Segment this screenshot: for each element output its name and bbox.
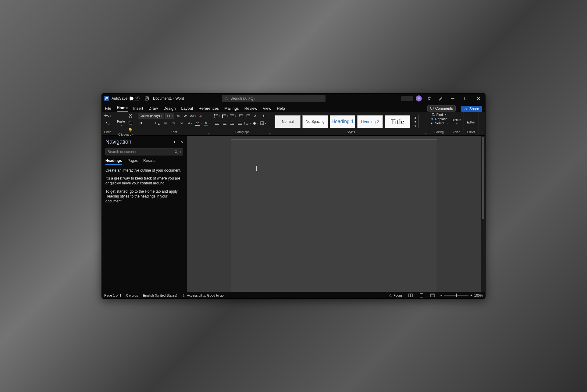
grow-font-icon[interactable]: A▴ [176, 113, 182, 119]
autosave-toggle[interactable]: AutoSave Off [112, 96, 140, 101]
cut-icon[interactable] [127, 113, 133, 119]
styles-scroll-down-icon[interactable]: ▾ [412, 119, 418, 124]
zoom-slider-thumb[interactable] [456, 294, 457, 297]
bullets-icon[interactable]: ▾ [214, 113, 220, 119]
style-heading2[interactable]: Heading 2 [357, 115, 383, 128]
superscript-icon[interactable]: x2 [179, 120, 185, 126]
multilevel-icon[interactable]: ▾ [230, 113, 236, 119]
tab-view[interactable]: View [263, 106, 271, 112]
align-center-icon[interactable] [222, 120, 228, 126]
tab-insert[interactable]: Insert [133, 106, 143, 112]
increase-indent-icon[interactable] [245, 113, 251, 119]
autosave-switch[interactable]: Off [129, 96, 140, 101]
editor-button[interactable]: Editor [466, 119, 476, 125]
tab-help[interactable]: Help [277, 106, 285, 112]
strike-icon[interactable]: ab [162, 120, 169, 126]
borders-icon[interactable]: ▾ [260, 120, 266, 126]
styles-dialog-icon[interactable]: ⤢ [425, 132, 427, 135]
document-area[interactable] [187, 136, 481, 292]
sort-icon[interactable]: A↓ [253, 113, 259, 119]
clipboard-dialog-icon[interactable]: ⤢ [131, 133, 134, 136]
styles-more-icon[interactable]: ▿ [412, 124, 418, 128]
tab-review[interactable]: Review [244, 106, 258, 112]
print-layout-icon[interactable] [418, 292, 425, 298]
minimize-button[interactable] [448, 94, 458, 103]
justify-icon[interactable] [237, 120, 243, 126]
zoom-slider[interactable] [444, 295, 468, 296]
line-spacing-icon[interactable]: ▾ [244, 120, 251, 126]
focus-button[interactable]: Focus [389, 294, 403, 297]
share-button[interactable]: Share [461, 106, 482, 112]
status-language[interactable]: English (United States) [143, 294, 177, 297]
scrollbar-thumb[interactable] [482, 137, 484, 219]
styles-scroll-up-icon[interactable]: ▴ [412, 115, 418, 119]
subscript-icon[interactable]: x2 [171, 120, 177, 126]
nav-tab-headings[interactable]: Headings [105, 159, 122, 165]
tab-references[interactable]: References [198, 106, 219, 112]
text-effects-icon[interactable]: A▾ [187, 120, 193, 126]
diamond-icon[interactable] [425, 95, 433, 102]
nav-close-icon[interactable]: ✕ [180, 140, 183, 144]
tab-file[interactable]: File [105, 106, 111, 112]
align-right-icon[interactable] [229, 120, 235, 126]
zoom-level[interactable]: 100% [474, 294, 483, 297]
status-accessibility[interactable]: Accessibility: Good to go [182, 294, 223, 297]
highlight-icon[interactable]: ab▾ [195, 120, 202, 126]
vertical-scrollbar[interactable] [481, 136, 485, 292]
font-size-selector[interactable]: 11▾ [165, 113, 174, 119]
decrease-indent-icon[interactable] [238, 113, 244, 119]
paragraph-dialog-icon[interactable]: ⤢ [269, 132, 271, 135]
nav-tab-results[interactable]: Results [143, 159, 155, 165]
ribbon-collapse-icon[interactable]: ⌄ [481, 130, 484, 134]
show-marks-icon[interactable]: ¶ [261, 113, 267, 119]
underline-icon[interactable]: U▾ [154, 120, 160, 126]
zoom-control[interactable]: − + 100% [440, 294, 483, 297]
copy-icon[interactable] [127, 120, 133, 126]
zoom-out-icon[interactable]: − [440, 294, 442, 297]
tab-home[interactable]: Home [117, 105, 128, 112]
maximize-button[interactable] [461, 94, 471, 103]
style-nospacing[interactable]: No Spacing [302, 115, 328, 128]
clear-format-icon[interactable]: A̷ [197, 113, 204, 119]
tab-mailings[interactable]: Mailings [224, 106, 239, 112]
user-avatar[interactable]: AI [416, 95, 422, 102]
nav-search-input[interactable]: Search document ▾ [105, 148, 183, 155]
font-dialog-icon[interactable]: ⤢ [208, 132, 210, 135]
tab-layout[interactable]: Layout [181, 106, 193, 112]
tab-design[interactable]: Design [163, 106, 176, 112]
font-name-selector[interactable]: Calibri (Body)▾ [138, 113, 164, 119]
select-button[interactable]: Select▾ [430, 121, 448, 125]
style-heading1[interactable]: Heading 1 [330, 115, 355, 128]
style-title[interactable]: Title [385, 115, 410, 128]
tab-draw[interactable]: Draw [149, 106, 158, 112]
close-button[interactable] [474, 94, 483, 103]
zoom-in-icon[interactable]: + [470, 294, 472, 297]
status-page[interactable]: Page 1 of 1 [104, 294, 121, 297]
redo-icon[interactable] [105, 120, 111, 126]
paste-button[interactable]: Paste ▾ [116, 120, 126, 126]
web-layout-icon[interactable] [429, 292, 436, 298]
align-left-icon[interactable] [214, 120, 220, 126]
read-mode-icon[interactable] [407, 292, 414, 298]
document-page[interactable] [231, 139, 437, 292]
shrink-font-icon[interactable]: A▾ [183, 113, 189, 119]
nav-tab-pages[interactable]: Pages [127, 159, 138, 165]
numbering-icon[interactable]: 123▾ [222, 113, 228, 119]
style-normal[interactable]: Normal [275, 115, 301, 128]
font-color-icon[interactable]: A▾ [204, 120, 210, 126]
format-painter-icon[interactable] [127, 127, 133, 133]
replace-button[interactable]: Replace [430, 117, 448, 121]
italic-icon[interactable]: I [146, 120, 152, 126]
find-button[interactable]: Find▾ [431, 113, 447, 116]
account-name[interactable] [401, 96, 413, 101]
pen-icon[interactable] [437, 95, 444, 102]
search-box[interactable]: Search (Alt+Q) [222, 95, 326, 102]
comments-button[interactable]: Comments [427, 105, 456, 112]
change-case-icon[interactable]: Aa▾ [190, 113, 196, 119]
undo-icon[interactable]: ▾ [104, 113, 111, 119]
dictate-button[interactable]: Dictate▾ [451, 119, 462, 125]
bold-icon[interactable]: B [138, 120, 144, 126]
nav-dropdown-icon[interactable]: ▼ [173, 140, 176, 144]
save-icon[interactable] [143, 95, 151, 102]
status-words[interactable]: 0 words [126, 294, 138, 297]
